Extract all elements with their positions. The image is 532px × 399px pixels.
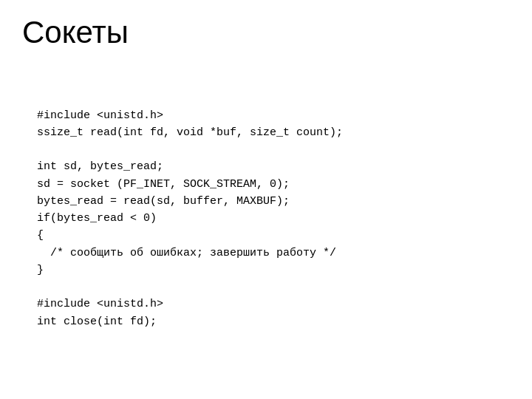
slide-title: Сокеты bbox=[22, 15, 510, 50]
code-line-9: } bbox=[37, 262, 495, 279]
code-line-10 bbox=[37, 279, 495, 296]
code-line-3: int sd, bytes_read; bbox=[37, 158, 495, 175]
code-line-12: int close(int fd); bbox=[37, 313, 495, 330]
code-line-4: sd = socket (PF_INET, SOCK_STREAM, 0); bbox=[37, 176, 495, 193]
code-line-1: ssize_t read(int fd, void *buf, size_t c… bbox=[37, 124, 495, 141]
code-line-11: #include <unistd.h> bbox=[37, 296, 495, 313]
code-line-6: if(bytes_read < 0) bbox=[37, 210, 495, 227]
code-line-8: /* сообщить об ошибках; завершить работу… bbox=[37, 245, 495, 262]
code-line-7: { bbox=[37, 227, 495, 244]
code-line-2 bbox=[37, 141, 495, 158]
code-line-0: #include <unistd.h> bbox=[37, 107, 495, 124]
code-line-5: bytes_read = read(sd, buffer, MAXBUF); bbox=[37, 193, 495, 210]
page-container: Сокеты #include <unistd.h>ssize_t read(i… bbox=[0, 0, 532, 399]
code-block: #include <unistd.h>ssize_t read(int fd, … bbox=[22, 65, 510, 338]
